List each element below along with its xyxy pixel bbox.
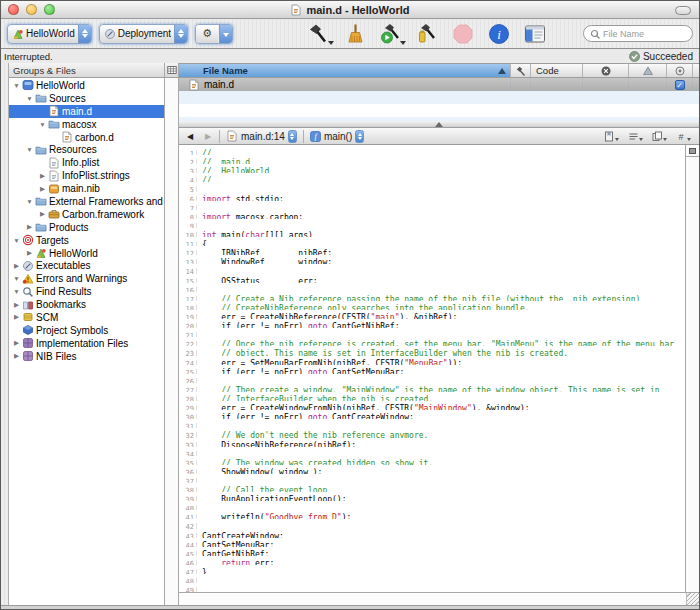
detail-column-header[interactable]: [165, 63, 178, 78]
code-line[interactable]: 9: [179, 219, 685, 228]
column-target-membership[interactable]: [667, 64, 693, 77]
sidebar-item-implementation-files[interactable]: ▶Implementation Files: [9, 337, 164, 350]
disclosure-triangle-icon[interactable]: ▶: [12, 339, 21, 347]
code-line[interactable]: 4//: [179, 173, 685, 182]
column-file-name[interactable]: File Name: [179, 64, 511, 77]
code-line[interactable]: 16: [179, 283, 685, 292]
active-target-popup[interactable]: HelloWorld: [7, 24, 92, 44]
sidebar-item-project-symbols[interactable]: Project Symbols: [9, 324, 164, 337]
code-line[interactable]: 24 err = SetMenuBarFromNib(nibRef, CFSTR…: [179, 356, 685, 365]
code-line[interactable]: 12 IBNibRef nibRef;: [179, 246, 685, 255]
bookmark-menu-button[interactable]: [604, 131, 619, 142]
function-popup[interactable]: f main(): [308, 130, 366, 143]
stop-button[interactable]: [450, 22, 476, 46]
code-line[interactable]: 20 if (err != noErr) goto CantGetNibRef;: [179, 319, 685, 328]
code-line[interactable]: 25 if (err != noErr) goto CantSetMenuBar…: [179, 365, 685, 374]
toolbar-toggle-button[interactable]: [675, 6, 691, 15]
disclosure-triangle-icon[interactable]: ▼: [12, 275, 21, 282]
sidebar-item-external-frameworks-and-libr[interactable]: ▼External Frameworks and Libr: [9, 195, 164, 208]
sidebar-item-helloworld[interactable]: ▼HelloWorld: [9, 79, 164, 92]
sidebar-item-errors-and-warnings[interactable]: ▼Errors and Warnings: [9, 272, 164, 285]
search-field[interactable]: [583, 25, 693, 42]
code-line[interactable]: 26: [179, 374, 685, 383]
resize-grip[interactable]: [686, 593, 699, 605]
code-line[interactable]: 38 // Call the event loop: [179, 483, 685, 492]
forward-button[interactable]: ▶: [201, 132, 215, 141]
disclosure-triangle-icon[interactable]: ▼: [25, 198, 34, 205]
sidebar-item-carbon-framework[interactable]: ▶Carbon.framework: [9, 208, 164, 221]
search-input[interactable]: [603, 29, 683, 39]
code-line[interactable]: 11{: [179, 237, 685, 246]
code-line[interactable]: 10int main(char[][] args): [179, 228, 685, 237]
code-line[interactable]: 35 // The window was created hidden so s…: [179, 456, 685, 465]
info-button[interactable]: i: [486, 22, 512, 46]
code-line[interactable]: 30 if (err != noErr) goto CantCreateWind…: [179, 410, 685, 419]
code-line[interactable]: 47}: [179, 565, 685, 574]
code-line[interactable]: 7: [179, 201, 685, 210]
code-line[interactable]: 36 ShowWindow( window );: [179, 465, 685, 474]
code-line[interactable]: 13 WindowRef window;: [179, 255, 685, 264]
code-line[interactable]: 5: [179, 182, 685, 191]
disclosure-triangle-icon[interactable]: ▼: [12, 237, 21, 244]
splitter-collapse-icon[interactable]: [435, 122, 443, 127]
code-line[interactable]: 41 writefln("Goodbye from D");: [179, 510, 685, 519]
sidebar-item-scm[interactable]: ▶SCM: [9, 311, 164, 324]
column-build-status[interactable]: [511, 64, 531, 77]
sidebar-item-macosx[interactable]: ▼macosx: [9, 118, 164, 131]
sidebar-item-nib-files[interactable]: ▶NIB Files: [9, 350, 164, 363]
code-line[interactable]: 15 OSStatus err;: [179, 274, 685, 283]
disclosure-triangle-icon[interactable]: ▶: [38, 210, 47, 218]
editor-horizontal-scrollbar[interactable]: [179, 592, 699, 605]
title-bar[interactable]: main.d - HelloWorld: [1, 1, 699, 19]
sidebar-item-main-d[interactable]: main.d: [9, 105, 164, 118]
code-line[interactable]: 3// HelloWorld: [179, 164, 685, 173]
disclosure-triangle-icon[interactable]: ▼: [12, 82, 21, 89]
disclosure-triangle-icon[interactable]: ▶: [38, 185, 47, 193]
pane-splitter[interactable]: [179, 121, 699, 128]
code-line[interactable]: 34: [179, 447, 685, 456]
code-line[interactable]: 17 // Create a Nib reference passing the…: [179, 292, 685, 301]
code-line[interactable]: 46 return err;: [179, 556, 685, 565]
code-line[interactable]: 28 // InterfaceBuilder when the nib is c…: [179, 392, 685, 401]
column-warnings[interactable]: [629, 64, 667, 77]
code-line[interactable]: 43CantCreateWindow:: [179, 529, 685, 538]
disclosure-triangle-icon[interactable]: ▼: [38, 121, 47, 128]
disclosure-triangle-icon[interactable]: ▶: [12, 301, 21, 309]
disclosure-triangle-icon[interactable]: ▶: [12, 262, 21, 270]
code-line[interactable]: 40: [179, 501, 685, 510]
sidebar-item-helloworld[interactable]: ▶HelloWorld: [9, 247, 164, 260]
code-line[interactable]: 27 // Then create a window. "MainWindow"…: [179, 383, 685, 392]
pencil-menu-button[interactable]: [628, 131, 643, 142]
target-membership-checkbox[interactable]: ✓: [675, 80, 685, 90]
file-history-popup[interactable]: main.d:14: [224, 130, 299, 143]
disclosure-triangle-icon[interactable]: ▶: [25, 223, 34, 231]
disclosure-triangle-icon[interactable]: ▼: [12, 288, 21, 295]
build-button[interactable]: [306, 22, 332, 46]
code-line[interactable]: 8import macosx.carbon;: [179, 210, 685, 219]
sidebar-item-bookmarks[interactable]: ▶Bookmarks: [9, 298, 164, 311]
disclosure-triangle-icon[interactable]: ▶: [12, 313, 21, 321]
action-gear-popup[interactable]: ⚙: [195, 24, 233, 44]
code-line[interactable]: 39 RunApplicationEventLoop();: [179, 492, 685, 501]
sidebar-item-infoplist-strings[interactable]: ▶InfoPlist.strings: [9, 169, 164, 182]
sidebar-item-targets[interactable]: ▼Targets: [9, 234, 164, 247]
disclosure-triangle-icon[interactable]: ▼: [25, 146, 34, 153]
code-line[interactable]: 6import std.stdio;: [179, 192, 685, 201]
editor-vertical-scrollbar[interactable]: [685, 145, 699, 592]
code-line[interactable]: 1//: [179, 146, 685, 155]
back-button[interactable]: ◀: [183, 132, 197, 141]
code-line[interactable]: 42: [179, 519, 685, 528]
code-line[interactable]: 44CantSetMenuBar:: [179, 538, 685, 547]
code-line[interactable]: 14: [179, 264, 685, 273]
code-editor[interactable]: 1//2// main.d3// HelloWorld4//56import s…: [179, 145, 685, 592]
code-line[interactable]: 37: [179, 474, 685, 483]
disclosure-triangle-icon[interactable]: ▶: [38, 172, 47, 180]
code-line[interactable]: 32 // We don't need the nib reference an…: [179, 428, 685, 437]
sidebar-item-main-nib[interactable]: ▶main.nib: [9, 182, 164, 195]
build-and-go-button[interactable]: [378, 22, 404, 46]
disclosure-triangle-icon[interactable]: ▶: [25, 249, 34, 257]
clean-button[interactable]: [342, 22, 368, 46]
code-line[interactable]: 19 err = CreateNibReference(CFSTR("main"…: [179, 310, 685, 319]
sidebar-item-find-results[interactable]: ▼Find Results: [9, 285, 164, 298]
sidebar-item-products[interactable]: ▶Products: [9, 221, 164, 234]
